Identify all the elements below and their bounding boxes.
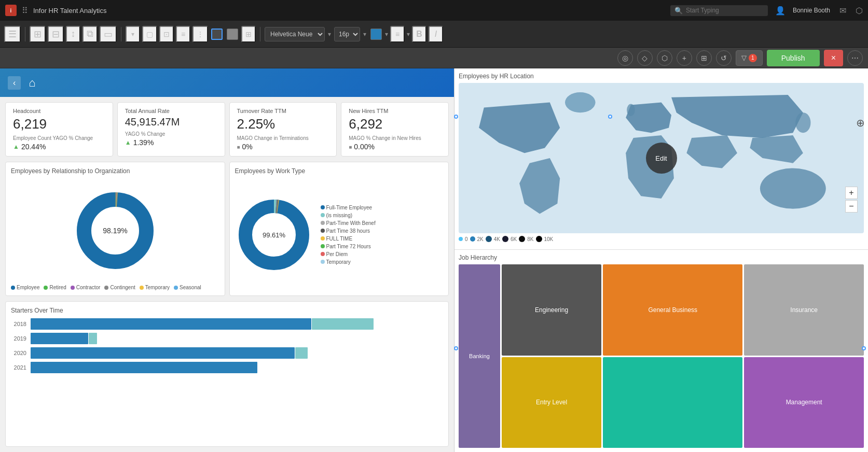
dashboard-left: ‹ ⌂ Headcount 6,219 Employee Count YAGO … [0,68,454,452]
treemap-entry-level[interactable]: Entry Level [502,357,601,448]
bar-row-2018: 2018 [11,318,443,330]
group-btn[interactable]: ⊞ [241,26,256,43]
legend-dot-retired [44,286,48,290]
circle-icon-3[interactable]: ⬡ [657,50,672,66]
close-button[interactable]: × [824,50,843,66]
svg-point-16 [627,104,635,116]
map-dot-10k [536,236,542,242]
text-color-swatch[interactable] [370,29,382,40]
legend-dot-missing [321,213,325,217]
copy-btn[interactable]: ⧉ [82,26,98,43]
filter-with-badge[interactable]: ▽ 1 [736,50,763,66]
legend-dot-fulltime [321,205,325,209]
grid-menu-icon[interactable]: ⠿ [22,6,28,16]
resize-handle-top-center[interactable] [608,115,612,119]
bar-track-2019 [31,333,443,344]
map-legend-4k: 4K [494,236,500,242]
resize-handle-left[interactable] [454,115,458,119]
map-legend-dots: 0 2K 4K 6K 8K 10K [459,236,553,242]
filter-btn[interactable]: ⊟ [48,26,64,43]
circle-icon-2[interactable]: ◇ [637,50,653,66]
treemap-insurance[interactable]: Insurance [744,264,864,356]
home-icon[interactable]: ⌂ [29,76,35,90]
more-icon[interactable]: ⋯ [847,50,863,66]
filter-badge: 1 [749,54,757,62]
kpi-annual-value: 45,915.47M [125,116,217,128]
job-hierarchy-section: Job Hierarchy Banking Engineering Genera… [454,250,868,452]
dropdown-btn1[interactable]: ▾ [126,26,140,43]
font-dropdown-icon: ▾ [328,31,331,38]
bar-row-2021: 2021 [11,362,443,373]
legend-retired: Retired [44,285,66,290]
bold-button[interactable]: B [412,26,426,43]
back-button[interactable]: ‹ [8,76,21,90]
kpi-turnover-value: 2.25% [237,116,329,132]
share-icon[interactable]: ⬡ [856,6,863,16]
treemap-engineering[interactable]: Engineering [502,264,601,356]
legend-label-employee: Employee [17,285,39,290]
legend-dot-pt72 [321,244,325,248]
border-btn[interactable]: ▢ [142,26,157,43]
legend-dot-contingent [104,286,108,290]
treemap-teal[interactable] [603,357,742,448]
treemap: Banking Engineering General Business Ins… [459,264,864,448]
map-edit-button[interactable]: Edit [646,143,677,174]
align-text-btn[interactable]: ≡ [390,26,405,43]
refresh-icon[interactable]: ↺ [716,50,732,66]
search-box[interactable]: 🔍 [670,5,768,16]
legend-dot-seasonal [174,286,178,290]
newhires-square: ■ [349,144,352,150]
legend-label-pt38: Part Time 38 hours [326,228,370,234]
font-size-select[interactable]: 16px [334,27,360,41]
kpi-annual-rate: Total Annual Rate 45,915.47M YAGO % Chan… [117,102,225,157]
kpi-row: Headcount 6,219 Employee Count YAGO % Ch… [0,97,454,159]
space-btn[interactable]: ⋮ [192,26,208,43]
resize-handle-bottom-left[interactable] [454,346,458,350]
size-dropdown-icon: ▾ [363,31,366,38]
bar-track-2018 [31,318,443,330]
layers-btn[interactable]: ⊞ [30,26,46,43]
legend-temporary: Temporary [140,285,170,290]
font-family-select[interactable]: Helvetica Neue [265,27,325,41]
legend-label-contractor: Contractor [76,285,101,290]
stroke-color-swatch[interactable] [227,29,238,40]
publish-button[interactable]: Publish [767,50,820,66]
newhires-change-value: 0.00% [354,143,375,151]
main-content: ‹ ⌂ Headcount 6,219 Employee Count YAGO … [0,68,868,452]
charts-row: Employees by Relationship to Organizatio… [0,159,454,299]
map-dot-0 [459,237,463,241]
layers-icon[interactable]: ⊞ [696,50,712,66]
treemap-banking[interactable]: Banking [459,264,500,448]
map-dot-4k [486,236,492,242]
circle-icon-1[interactable]: ◎ [617,50,633,66]
treemap-management[interactable]: Management [744,357,864,448]
job-hierarchy-title: Job Hierarchy [459,254,864,261]
search-input[interactable] [686,7,764,14]
add-icon[interactable]: + [677,50,692,66]
align-dropdown-icon: ▾ [407,31,410,38]
hamburger-btn[interactable]: ☰ [4,26,21,43]
drag-handle[interactable]: ⊕ [856,117,865,129]
select-btn[interactable]: ⊡ [159,26,174,43]
bar-primary-2020 [31,347,295,359]
sort-btn[interactable]: ↕ [66,26,80,43]
world-map: Edit + − [459,83,864,233]
fill-color-swatch[interactable] [211,29,223,40]
bar-primary-2021 [31,362,257,373]
legend-label-contingent: Contingent [110,285,135,290]
map-legend-10k: 10K [544,236,554,242]
italic-button[interactable]: I [429,26,443,43]
zoom-out-button[interactable]: − [845,200,858,213]
svg-point-13 [565,92,596,112]
turnover-change-value: 0% [242,143,253,151]
legend-label-seasonal: Seasonal [180,285,201,290]
align-btn[interactable]: ≡ [176,26,190,43]
layout-btn[interactable]: ▭ [100,26,117,43]
legend-label-missing: (is missing) [326,213,353,218]
zoom-in-button[interactable]: + [845,187,858,199]
worktype-legend: Full-Time Employee (is missing) Part-Tim… [321,205,383,265]
resize-handle-bottom-right[interactable] [862,346,866,350]
treemap-general-business[interactable]: General Business [603,264,742,356]
mail-icon[interactable]: ✉ [839,6,846,16]
legend-fulltime-employee: Full-Time Employee [321,205,383,210]
